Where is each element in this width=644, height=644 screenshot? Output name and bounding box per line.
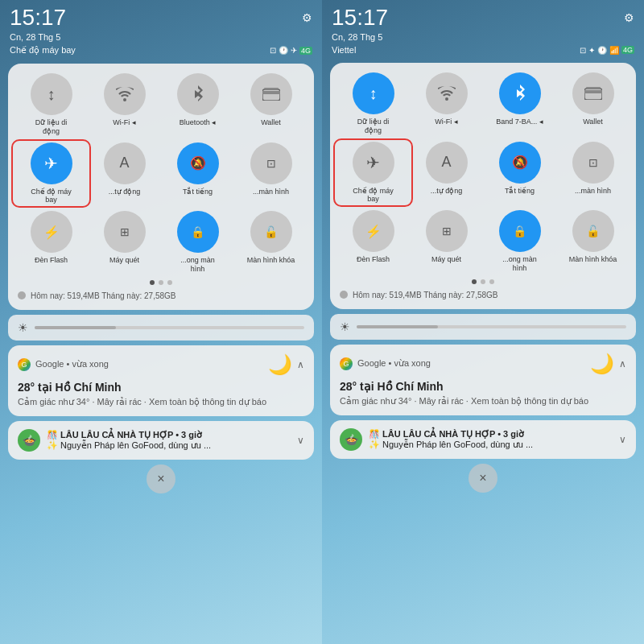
left-flash-btn[interactable]: ⚡	[31, 211, 72, 253]
left-quick-settings: ↕ Dữ liệu di động Wi-Fi ◂ Bluetooth ◂	[8, 64, 314, 310]
right-bt-icon: ✦	[588, 46, 595, 55]
right-dot-2	[481, 279, 485, 284]
left-food-body: ✨ Nguyễn Pháp lên GoFood, dùng ưu ...	[47, 440, 211, 451]
right-weather-emoji: 🌙	[590, 353, 614, 375]
right-flash-btn[interactable]: ⚡	[353, 210, 394, 252]
right-scan-btn[interactable]: ⊞	[426, 210, 468, 252]
left-airplane-btn[interactable]: ✈	[31, 142, 72, 184]
left-weather-card[interactable]: G Google • vừa xong 🌙 ∧ 28° tại Hồ Chí M…	[8, 345, 314, 416]
left-wifi-btn[interactable]	[104, 73, 146, 115]
right-time: 15:17	[332, 6, 388, 29]
right-status-icons: ⚙	[624, 11, 634, 24]
left-data-label: Dữ liệu di động	[27, 118, 76, 136]
right-wallet-btn[interactable]	[572, 72, 614, 114]
right-screenlock-btn[interactable]: 🔓	[572, 210, 614, 252]
right-qs-wifi: Wi-Fi ◂	[411, 72, 481, 135]
left-airplane-label: Chế độ máy bay	[27, 188, 76, 205]
right-brightness-fill	[357, 325, 438, 328]
left-screenlock-btn[interactable]: 🔓	[250, 211, 292, 253]
right-qs-sound: 🔕 Tắt tiếng	[485, 142, 555, 204]
right-auto-label: ...tự động	[431, 187, 463, 196]
left-qs-auto: A ...tự động	[89, 142, 159, 205]
left-auto-btn[interactable]: A	[104, 142, 146, 184]
left-screen-btn[interactable]: ⊡	[250, 142, 292, 184]
left-qs-airplane: ✈ Chế độ máy bay	[16, 142, 86, 205]
right-food-chevron[interactable]: ∨	[619, 434, 626, 445]
left-qs-flash: ⚡ Đèn Flash	[16, 211, 86, 274]
left-data-usage: Hôm nay: 519,4MB Tháng này: 27,58GB	[31, 291, 175, 300]
right-status-bar: 15:17 ⚙	[322, 0, 644, 32]
right-flash-label: Đèn Flash	[357, 255, 390, 264]
left-qs-data: ↕ Dữ liệu di động	[16, 73, 86, 136]
left-dismiss-btn[interactable]: ×	[147, 464, 175, 493]
left-weather-chevron[interactable]: ∧	[297, 359, 304, 370]
right-sound-btn[interactable]: 🔕	[499, 142, 541, 184]
left-scan-btn[interactable]: ⊞	[104, 211, 146, 253]
settings-icon[interactable]: ⚙	[302, 11, 312, 24]
right-brightness-icon: ☀	[340, 320, 350, 333]
right-screen-btn[interactable]: ⊡	[572, 142, 614, 184]
left-wallet-label: Wallet	[261, 118, 281, 127]
right-qs-auto: A ...tự động	[411, 142, 481, 204]
right-food-left: 🍲 🎊 LÂU LÂU CẢ NHÀ TỤ HỢP • 3 giờ ✨ Nguy…	[340, 428, 533, 451]
right-settings-icon[interactable]: ⚙	[624, 11, 634, 24]
right-qs-row2: ✈ Chế độ máy bay A ...tự động 🔕 Tắt tiến…	[338, 142, 628, 204]
right-weather-card[interactable]: G Google • vừa xong 🌙 ∧ 28° tại Hồ Chí M…	[330, 345, 636, 415]
right-data-btn[interactable]: ↕	[353, 72, 394, 114]
right-weather-body: Cảm giác như 34° · Mây rải rác · Xem toà…	[340, 395, 626, 407]
right-wifi-btn[interactable]	[426, 72, 468, 114]
left-time: 15:17	[10, 6, 66, 29]
left-sub-icons: ⊡ 🕐 ✈ 4G	[270, 46, 312, 55]
left-qs-dots	[16, 280, 306, 285]
right-lock-btn[interactable]: 🔒	[499, 210, 541, 252]
right-qs-dots	[338, 279, 628, 284]
left-data-row: Hôm nay: 519,4MB Tháng này: 27,58GB	[16, 288, 306, 302]
left-food-chevron[interactable]: ∨	[297, 435, 304, 446]
right-auto-btn[interactable]: A	[426, 142, 468, 184]
right-signal-icon: 📶	[609, 46, 619, 55]
left-sound-btn[interactable]: 🔕	[177, 142, 219, 184]
left-auto-label: ...tự động	[109, 188, 141, 196]
left-flash-label: Đèn Flash	[35, 256, 68, 265]
left-dot-1	[150, 280, 155, 285]
left-weather-emoji: 🌙	[268, 353, 292, 376]
right-bt-label: Band 7-BA... ◂	[496, 118, 543, 126]
left-brightness-slider[interactable]	[35, 326, 304, 329]
svg-rect-1	[262, 91, 280, 94]
right-dismiss-btn[interactable]: ×	[469, 464, 497, 493]
right-qs-wallet: Wallet	[558, 72, 628, 135]
left-scan-label: Máy quét	[109, 256, 139, 265]
left-qs-row3: ⚡ Đèn Flash ⊞ Máy quét 🔒 ...ong màn hình…	[16, 211, 306, 274]
right-wallet-label: Wallet	[583, 118, 603, 126]
right-qs-row1: ↕ Dữ liệu di động Wi-Fi ◂ Band 7-BA... ◂	[338, 72, 628, 135]
screen-container: 15:17 ⚙ Cn, 28 Thg 5 Chế độ máy bay ⊡ 🕐 …	[0, 0, 644, 644]
left-food-card[interactable]: 🍲 🎊 LÂU LÂU CẢ NHÀ TỤ HỢP • 3 giờ ✨ Nguy…	[8, 421, 314, 460]
left-qs-screen: ⊡ ...màn hình	[236, 142, 306, 205]
svg-rect-4	[584, 90, 602, 93]
right-weather-chevron[interactable]: ∧	[619, 358, 626, 369]
right-carrier-row: Viettel ⊡ ✦ 🕐 📶 4G	[322, 45, 644, 60]
left-weather-source: G Google • vừa xong	[18, 358, 109, 371]
left-bt-btn[interactable]	[177, 73, 219, 115]
right-food-source: 🎊 LÂU LÂU CẢ NHÀ TỤ HỢP • 3 giờ	[369, 429, 533, 440]
right-airplane-btn[interactable]: ✈	[353, 142, 394, 184]
right-data-label: Dữ liệu di động	[349, 118, 398, 135]
left-wallet-btn[interactable]	[250, 73, 292, 115]
left-lock-btn[interactable]: 🔒	[177, 211, 219, 253]
left-food-text: 🎊 LÂU LÂU CẢ NHÀ TỤ HỢP • 3 giờ ✨ Nguyễn…	[47, 430, 211, 451]
right-google-icon: G	[340, 357, 353, 370]
left-data-btn[interactable]: ↕	[31, 73, 72, 115]
right-brightness-slider[interactable]	[357, 325, 626, 328]
left-weather-source-text: Google • vừa xong	[35, 359, 109, 369]
right-lock-label: ...ong màn hình	[496, 255, 544, 273]
right-food-card[interactable]: 🍲 🎊 LÂU LÂU CẢ NHÀ TỤ HỢP • 3 giờ ✨ Nguy…	[330, 420, 636, 459]
right-weather-header: G Google • vừa xong 🌙 ∧	[340, 353, 626, 375]
left-status-icons: ⚙	[302, 11, 312, 24]
right-screenlock-label: Màn hình khóa	[569, 255, 617, 264]
right-bt-btn[interactable]	[499, 72, 541, 114]
left-google-icon: G	[18, 358, 31, 371]
right-food-text: 🎊 LÂU LÂU CẢ NHÀ TỤ HỢP • 3 giờ ✨ Nguyễn…	[369, 429, 533, 450]
alarm-icon: 🕐	[279, 46, 288, 55]
left-qs-row1: ↕ Dữ liệu di động Wi-Fi ◂ Bluetooth ◂	[16, 73, 306, 136]
left-dot-2	[159, 280, 163, 285]
